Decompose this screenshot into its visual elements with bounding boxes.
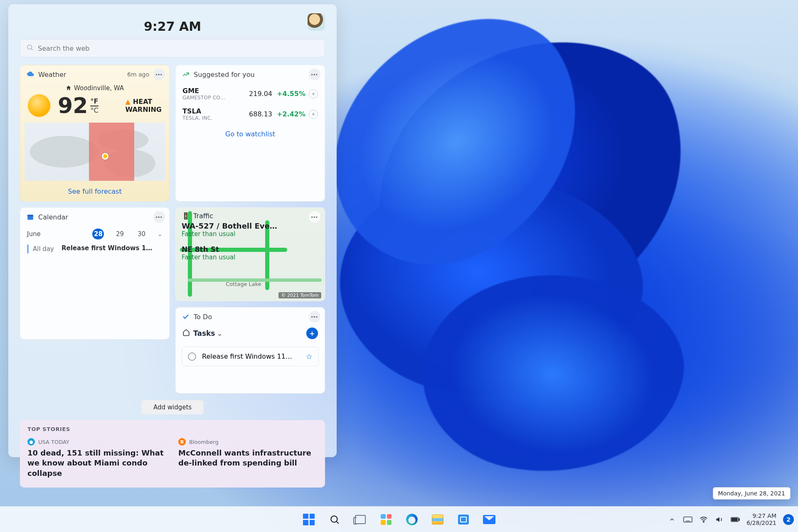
keyboard-icon[interactable]: [683, 515, 692, 524]
todo-title: To Do: [194, 313, 212, 321]
stocks-title: Suggested for you: [194, 71, 255, 79]
weather-map[interactable]: [25, 123, 165, 181]
weather-icon: [26, 70, 34, 79]
traffic-icon: 🚦: [182, 212, 190, 220]
calendar-icon: [26, 213, 34, 221]
desktop[interactable]: 9:27 AM Weather 6m ago ⋯: [0, 0, 798, 532]
map-label: Cottage Lake: [226, 281, 261, 287]
stock-row[interactable]: TSLA TESLA, INC. 688.13 +2.42% ＋: [176, 104, 325, 124]
search-input[interactable]: [38, 44, 319, 52]
top-stories-widget[interactable]: TOP STORIES ●USA TODAY 10 dead, 151 stil…: [20, 420, 325, 488]
story-headline: McConnell wants infrastructure de-linked…: [178, 448, 318, 468]
svg-rect-6: [684, 517, 692, 522]
search-box[interactable]: [20, 39, 325, 57]
mail-button[interactable]: [478, 509, 500, 530]
sun-icon: [28, 94, 50, 117]
traffic-title: Traffic: [193, 212, 213, 220]
widgets-panel: 9:27 AM Weather 6m ago ⋯: [8, 4, 337, 457]
taskbar-clock[interactable]: 9:27 AM 6/28/2021: [746, 512, 776, 526]
publisher-name: Bloomberg: [189, 439, 219, 445]
svg-point-4: [331, 516, 337, 522]
svg-line-1: [31, 49, 32, 50]
star-icon[interactable]: ☆: [306, 352, 313, 361]
stocks-more-button[interactable]: ⋯: [309, 69, 320, 80]
calendar-day[interactable]: 28: [92, 229, 104, 239]
add-stock-button[interactable]: ＋: [309, 89, 318, 99]
stocks-icon: [182, 70, 190, 79]
map-pin-icon: [102, 153, 108, 160]
svg-rect-11: [732, 518, 738, 521]
calendar-more-button[interactable]: ⋯: [153, 211, 165, 223]
svg-point-8: [703, 521, 704, 522]
publisher-icon: B: [178, 438, 186, 446]
svg-rect-3: [27, 215, 33, 217]
notifications-badge[interactable]: 2: [783, 514, 794, 525]
todo-icon: [182, 313, 190, 321]
weather-widget[interactable]: Weather 6m ago ⋯ Woodinville, WA 92 °F°C…: [20, 65, 170, 202]
story-headline: 10 dead, 151 still missing: What we know…: [27, 448, 167, 478]
profile-avatar[interactable]: [308, 13, 325, 31]
taskbar: 9:27 AM 6/28/2021 2: [0, 506, 798, 532]
map-copyright: © 2021 TomTom: [278, 292, 321, 298]
search-icon: [26, 44, 34, 53]
svg-line-5: [337, 522, 339, 524]
todo-widget[interactable]: To Do ⋯ Tasks ⌄ ＋ Release first Windows …: [175, 307, 325, 394]
traffic-status: Faster than usual: [182, 254, 319, 261]
heat-warning: ▲HEAT WARNING: [126, 98, 162, 113]
weather-location: Woodinville, WA: [20, 84, 169, 92]
system-tray: 9:27 AM 6/28/2021 2: [667, 512, 794, 526]
task-view-button[interactable]: [350, 509, 371, 530]
task-text: Release first Windows 11…: [202, 352, 292, 360]
widgets-button[interactable]: [375, 509, 397, 530]
tray-overflow-icon[interactable]: [667, 515, 677, 524]
news-story[interactable]: ●USA TODAY 10 dead, 151 still missing: W…: [27, 438, 167, 478]
stocks-widget[interactable]: Suggested for you ⋯ GME GAMESTOP CO… 219…: [175, 65, 325, 202]
weather-title: Weather: [38, 71, 66, 79]
weather-more-button[interactable]: ⋯: [153, 69, 165, 80]
news-story[interactable]: BBloomberg McConnell wants infrastructur…: [178, 438, 318, 478]
see-forecast-link[interactable]: See full forecast: [20, 184, 169, 201]
store-button[interactable]: [453, 509, 474, 530]
chevron-down-icon[interactable]: ⌄: [217, 329, 222, 337]
volume-icon[interactable]: [715, 515, 724, 524]
publisher-name: USA TODAY: [38, 439, 69, 445]
calendar-expand-icon[interactable]: ⌄: [157, 230, 163, 238]
wifi-icon[interactable]: [699, 515, 708, 524]
weather-temp: 92 °F°C: [58, 95, 99, 116]
traffic-route: WA-527 / Bothell Eve…: [182, 222, 319, 230]
watchlist-link[interactable]: Go to watchlist: [176, 124, 325, 145]
battery-icon[interactable]: [731, 515, 740, 524]
calendar-day[interactable]: 29: [114, 230, 126, 238]
calendar-title: Calendar: [38, 213, 68, 221]
traffic-route: NE 8th St: [182, 245, 319, 254]
todo-list-name[interactable]: Tasks: [193, 329, 215, 337]
todo-item[interactable]: Release first Windows 11… ☆: [182, 347, 319, 366]
calendar-allday: All day: [33, 245, 54, 253]
home-icon: [182, 329, 190, 338]
add-task-button[interactable]: ＋: [306, 328, 318, 339]
start-button[interactable]: [298, 509, 320, 530]
svg-rect-10: [739, 518, 740, 520]
todo-more-button[interactable]: ⋯: [309, 311, 320, 323]
calendar-widget[interactable]: Calendar ⋯ June 28 29 30 ⌄ All day Relea…: [20, 207, 170, 340]
stock-row[interactable]: GME GAMESTOP CO… 219.04 +4.55% ＋: [176, 84, 325, 104]
date-tooltip: Monday, June 28, 2021: [713, 487, 791, 500]
publisher-icon: ●: [27, 438, 35, 446]
calendar-event[interactable]: Release first Windows 1…: [62, 244, 152, 254]
file-explorer-button[interactable]: [427, 509, 448, 530]
add-stock-button[interactable]: ＋: [309, 110, 318, 119]
svg-point-0: [27, 45, 32, 49]
add-widgets-button[interactable]: Add widgets: [141, 400, 204, 414]
traffic-status: Faster than usual: [182, 230, 319, 238]
taskbar-search-button[interactable]: [324, 509, 345, 530]
traffic-widget[interactable]: ⋯ 🚦Traffic WA-527 / Bothell Eve… Faster …: [175, 207, 325, 301]
top-stories-header: TOP STORIES: [27, 426, 318, 432]
panel-clock: 9:27 AM: [144, 19, 201, 34]
weather-age: 6m ago: [127, 71, 149, 78]
calendar-month: June: [27, 230, 41, 238]
calendar-day[interactable]: 30: [135, 230, 147, 238]
task-checkbox[interactable]: [188, 352, 196, 361]
edge-button[interactable]: [401, 509, 423, 530]
